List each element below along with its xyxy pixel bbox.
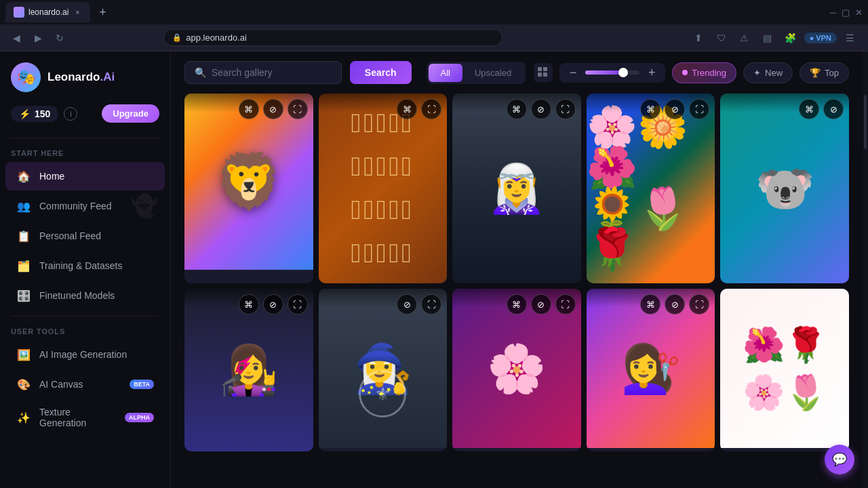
browser-chrome: leonardo.ai × + ─ ▢ ✕ ◀ ▶ ↻ 🔒 app.leonar… <box>0 0 868 52</box>
remix-button-warrior[interactable]: ⌘ <box>507 99 527 119</box>
sidebar-item-ai-canvas[interactable]: 🎨 AI Canvas BETA <box>5 370 165 399</box>
edit-button-girl[interactable]: ⊘ <box>263 294 283 314</box>
expand-button-lion[interactable]: ⛶ <box>288 99 308 119</box>
edit-button-koala[interactable]: ⊘ <box>823 99 844 119</box>
grid-view-button[interactable] <box>534 63 553 82</box>
remix-button-lion[interactable]: ⌘ <box>239 99 259 119</box>
filter-tab-all[interactable]: All <box>429 64 462 82</box>
sidebar-item-personal-feed[interactable]: 📋 Personal Feed <box>5 222 165 250</box>
sort-new-button[interactable]: ✦ New <box>743 62 793 83</box>
new-label: New <box>765 68 783 78</box>
item-overlay-warrior: ⌘ ⊘ ⛶ <box>452 94 581 125</box>
gallery-item-girl-glasses[interactable]: 👩‍🎤 ⌘ ⊘ ⛶ <box>184 289 313 451</box>
shield-icon[interactable]: 🛡 <box>712 28 731 47</box>
back-button[interactable]: ◀ <box>8 30 24 46</box>
share-icon[interactable]: ⬆ <box>689 28 708 47</box>
gallery-item-color-hair[interactable]: 💇‍♀️ ⌘ ⊘ ⛶ <box>587 289 715 451</box>
section-label-tools: User Tools <box>0 322 170 340</box>
sidebar-divider-1 <box>11 138 159 138</box>
gallery-item-hieroglyphs[interactable]: 𓀀𓁣𓂀𓃠𓄿𓅓𓆙𓇌𓈖𓉐𓊃𓋹𓌀𓍿𓎛𓏭𓐍𓑞𓒡𓓆 ⌘ ⛶ <box>319 94 448 283</box>
item-overlay-dark-warrior: ⊘ ⛶ <box>319 289 448 320</box>
remix-button-girl[interactable]: ⌘ <box>239 294 259 314</box>
scrollbar[interactable] <box>863 52 868 488</box>
logo-text: Leonardo.Ai <box>47 70 115 84</box>
sidebar-label-texture: Texture Generation <box>39 407 117 428</box>
item-overlay-pink-girl: ⌘ ⊘ ⛶ <box>452 289 581 320</box>
remix-button-color-hair[interactable]: ⌘ <box>640 294 660 314</box>
sidebar-item-home[interactable]: 🏠 Home <box>5 162 165 190</box>
grid-increase-button[interactable]: + <box>644 66 660 80</box>
sidebar-item-ai-image[interactable]: 🖼️ AI Image Generation <box>5 340 165 369</box>
gallery-item-koala[interactable]: 🐨 ⌘ ⊘ <box>720 94 849 283</box>
grid-size-controls: − + <box>559 63 665 83</box>
search-button[interactable]: Search <box>350 61 412 84</box>
extensions-icon[interactable]: 🧩 <box>781 28 800 47</box>
expand-button-warrior[interactable]: ⛶ <box>555 99 576 119</box>
window-maximize[interactable]: ▢ <box>842 7 850 18</box>
remix-button-hieroglyphs[interactable]: ⌘ <box>397 99 417 119</box>
sort-top-button[interactable]: 🏆 Top <box>800 62 849 83</box>
tab-close-button[interactable]: × <box>73 7 82 17</box>
edit-button-flowers[interactable]: ⊘ <box>665 99 685 119</box>
gallery-item-pink-girl[interactable]: 🌸 ⌘ ⊘ ⛶ <box>452 289 581 451</box>
expand-button-flowers[interactable]: ⛶ <box>689 99 709 119</box>
item-overlay-lion: ⌘ ⊘ ⛶ <box>184 94 313 125</box>
edit-button-dark-warrior[interactable]: ⊘ <box>397 294 417 314</box>
app-layout: 🎭 Leonardo.Ai ⚡ 150 i Upgrade Start Here… <box>0 52 868 488</box>
community-feed-icon: 👥 <box>16 199 31 214</box>
forward-button[interactable]: ▶ <box>30 30 46 46</box>
remix-button-pink-girl[interactable]: ⌘ <box>507 294 527 314</box>
search-icon: 🔍 <box>195 67 206 78</box>
trending-dot <box>682 70 688 75</box>
refresh-button[interactable]: ↻ <box>52 30 68 46</box>
ai-image-icon: 🖼️ <box>16 347 31 362</box>
top-toolbar: 🔍 Search gallery Search All Upscaled <box>171 52 863 94</box>
search-container[interactable]: 🔍 Search gallery <box>184 61 342 84</box>
gallery-item-lion[interactable]: ⌘ ⊘ ⛶ <box>184 94 313 283</box>
gallery-item-dark-warrior[interactable]: 🧙‍♀️ ⊘ ⛶ ⚜ <box>319 289 448 451</box>
sidebar-item-community-feed[interactable]: 👥 Community Feed 👻 <box>5 192 165 220</box>
edit-button-lion[interactable]: ⊘ <box>263 99 283 119</box>
new-tab-button[interactable]: + <box>93 3 112 22</box>
sidebar-label-community-feed: Community Feed <box>39 201 154 211</box>
alert-icon[interactable]: ⚠ <box>735 28 754 47</box>
expand-button-pink-girl[interactable]: ⛶ <box>555 294 576 314</box>
sidebar-item-training[interactable]: 🗂️ Training & Datasets <box>5 251 165 280</box>
sidebar-item-texture[interactable]: ✨ Texture Generation ALPHA <box>5 400 165 435</box>
chat-fab-button[interactable]: 💬 <box>825 445 854 474</box>
browser-actions: ⬆ 🛡 ⚠ ▤ 🧩 ● VPN ☰ <box>689 28 860 47</box>
filter-tabs: All Upscaled <box>427 62 526 84</box>
reader-icon[interactable]: ▤ <box>758 28 777 47</box>
gallery-item-flowers[interactable]: 🌸🌼🌺🌻🌷🌹 ⌘ ⊘ ⛶ <box>587 94 715 283</box>
remix-button-flowers[interactable]: ⌘ <box>640 99 660 119</box>
finetuned-icon: 🎛️ <box>16 288 31 303</box>
texture-icon: ✨ <box>16 410 31 425</box>
home-icon: 🏠 <box>16 169 31 184</box>
grid-decrease-button[interactable]: − <box>565 66 581 80</box>
gallery-item-warrior[interactable]: 🧝‍♀️ ⌘ ⊘ ⛶ <box>452 94 581 283</box>
expand-button-girl[interactable]: ⛶ <box>288 294 308 314</box>
grid-slider-thumb[interactable] <box>618 68 628 77</box>
window-close[interactable]: ✕ <box>855 7 863 18</box>
remix-button-koala[interactable]: ⌘ <box>799 99 819 119</box>
sidebar-item-finetuned[interactable]: 🎛️ Finetuned Models <box>5 281 165 310</box>
active-tab[interactable]: leonardo.ai × <box>5 2 90 22</box>
expand-button-dark-warrior[interactable]: ⛶ <box>421 294 441 314</box>
credits-info-button[interactable]: i <box>64 107 77 121</box>
address-field[interactable]: 🔒 app.leonardo.ai <box>163 29 502 46</box>
gallery-scroll[interactable]: ⌘ ⊘ ⛶ 𓀀𓁣𓂀𓃠𓄿𓅓𓆙𓇌𓈖𓉐𓊃𓋹𓌀𓍿𓎛𓏭𓐍𓑞𓒡𓓆 ⌘ ⛶ <box>171 94 863 488</box>
sort-trending-button[interactable]: Trending <box>672 62 736 83</box>
scroll-thumb[interactable] <box>864 95 867 149</box>
expand-button-color-hair[interactable]: ⛶ <box>689 294 709 314</box>
expand-button-hieroglyphs[interactable]: ⛶ <box>421 99 441 119</box>
upgrade-button[interactable]: Upgrade <box>102 104 159 123</box>
filter-tab-upscaled[interactable]: Upscaled <box>462 64 524 82</box>
edit-button-color-hair[interactable]: ⊘ <box>665 294 685 314</box>
sidebar-label-personal-feed: Personal Feed <box>39 230 154 241</box>
window-minimize[interactable]: ─ <box>830 7 836 18</box>
menu-icon[interactable]: ☰ <box>841 28 860 47</box>
edit-button-warrior[interactable]: ⊘ <box>531 99 551 119</box>
gallery-item-floral-red[interactable]: 🌺🌹🌸🌷 <box>720 289 849 451</box>
grid-slider[interactable] <box>585 70 639 75</box>
edit-button-pink-girl[interactable]: ⊘ <box>531 294 551 314</box>
